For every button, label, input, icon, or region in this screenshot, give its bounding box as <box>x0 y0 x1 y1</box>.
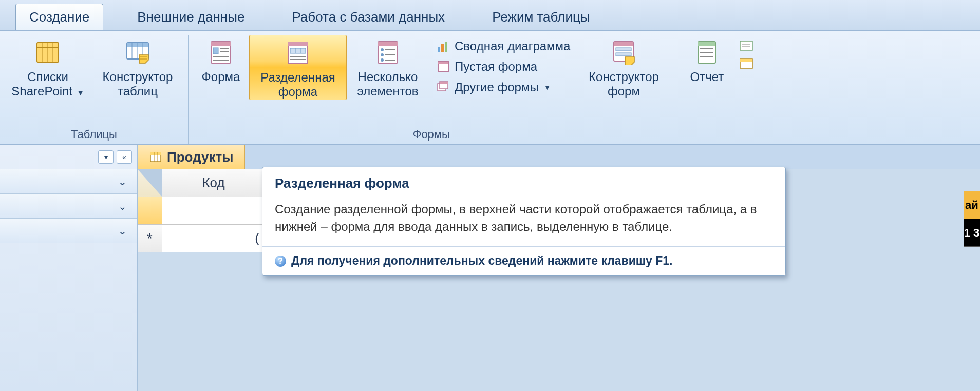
pivot-chart-icon <box>436 39 450 53</box>
document-tabbar: Продукты <box>138 145 980 169</box>
report-extra-icon-1[interactable] <box>739 39 755 55</box>
svg-rect-57 <box>740 59 752 62</box>
data-cell-new[interactable]: ( <box>162 225 265 252</box>
svg-rect-6 <box>127 43 148 47</box>
form-designer-label: Конструктор форм <box>580 70 667 98</box>
svg-marker-47 <box>625 57 634 65</box>
more-forms-button[interactable]: Другие формы ▼ <box>433 78 573 96</box>
nav-group-1[interactable]: ⌄ <box>0 169 137 194</box>
column-header-id[interactable]: Код <box>162 169 265 197</box>
sharepoint-lists-icon <box>33 38 62 67</box>
svg-point-31 <box>381 53 384 56</box>
form-button[interactable]: Форма <box>193 35 249 85</box>
dropdown-arrow-icon: ▼ <box>77 89 84 97</box>
svg-rect-53 <box>740 41 752 50</box>
sharepoint-lists-label: Списки SharePoint <box>11 70 72 98</box>
blank-form-button[interactable]: Пустая форма <box>433 57 573 76</box>
blank-form-icon <box>436 60 450 74</box>
multiple-items-label: Несколько элементов <box>350 70 426 98</box>
dropdown-arrow-icon: ▼ <box>544 83 551 91</box>
nav-group-2[interactable]: ⌄ <box>0 194 137 219</box>
table-designer-button[interactable]: Конструктор таблиц <box>91 35 184 99</box>
group-tables: Списки SharePoint ▼ <box>0 35 189 144</box>
form-label: Форма <box>202 70 240 84</box>
document-tab-label: Продукты <box>167 149 233 165</box>
help-icon: ? <box>275 256 286 267</box>
peek-cell-2: 1 3 <box>964 219 980 247</box>
form-designer-icon <box>609 38 638 67</box>
table-designer-label: Конструктор таблиц <box>95 70 181 98</box>
split-form-label: Разделенная форма <box>253 70 343 99</box>
ribbon-tabs: Создание Внешние данные Работа с базами … <box>0 0 980 31</box>
nav-header: ▾ « <box>0 145 137 169</box>
tooltip-title: Разделенная форма <box>262 167 785 197</box>
svg-rect-28 <box>378 42 398 46</box>
row-selector-new[interactable]: * <box>138 225 162 252</box>
sharepoint-lists-button[interactable]: Списки SharePoint ▼ <box>4 35 91 99</box>
peek-cell-1: ай <box>964 191 980 219</box>
tab-db-tools[interactable]: Работа с базами данных <box>278 4 458 30</box>
report-label: Отчет <box>690 70 724 84</box>
svg-rect-39 <box>438 62 448 64</box>
pivot-chart-button[interactable]: Сводная диаграмма <box>433 37 573 55</box>
table-icon <box>149 151 162 163</box>
right-edge-peek: ай 1 3 <box>964 191 980 247</box>
tooltip-footer: ? Для получения дополнительных сведений … <box>262 246 785 275</box>
svg-rect-37 <box>445 42 447 52</box>
datasheet: Код * ( <box>138 169 265 252</box>
group-forms-label: Формы <box>193 126 670 144</box>
multiple-items-icon <box>373 38 402 67</box>
svg-rect-45 <box>616 48 631 51</box>
multiple-items-button[interactable]: Несколько элементов <box>347 35 429 99</box>
group-tables-label: Таблицы <box>4 126 184 144</box>
svg-rect-59 <box>150 152 161 155</box>
data-cell[interactable] <box>162 197 265 225</box>
svg-rect-14 <box>211 42 231 46</box>
tab-table-mode[interactable]: Режим таблицы <box>479 4 603 30</box>
svg-rect-42 <box>440 82 448 84</box>
svg-rect-36 <box>441 44 444 52</box>
chevron-down-icon: ⌄ <box>118 225 127 237</box>
tooltip-f1-text: Для получения дополнительных сведений на… <box>291 254 672 268</box>
document-tab-products[interactable]: Продукты <box>138 145 245 169</box>
blank-form-label: Пустая форма <box>455 60 537 74</box>
form-icon <box>206 38 235 67</box>
tooltip-split-form: Разделенная форма Создание разделенной ф… <box>262 167 786 276</box>
table-designer-icon <box>123 38 152 67</box>
tooltip-body: Создание разделенной формы, в верхней ча… <box>262 197 785 246</box>
group-forms: Форма Разделенная ф <box>189 35 674 144</box>
svg-rect-35 <box>438 47 440 52</box>
more-forms-label: Другие формы <box>455 80 539 94</box>
svg-rect-21 <box>288 42 308 46</box>
select-all-cell[interactable] <box>138 169 162 197</box>
svg-rect-22 <box>290 48 306 53</box>
svg-rect-44 <box>614 42 633 46</box>
nav-collapse-button[interactable]: « <box>117 150 132 164</box>
row-selector-1[interactable] <box>138 197 162 225</box>
nav-dropdown-button[interactable]: ▾ <box>98 150 114 164</box>
nav-group-3[interactable]: ⌄ <box>0 219 137 243</box>
svg-rect-15 <box>213 48 218 54</box>
report-icon <box>692 38 721 67</box>
svg-point-29 <box>381 48 384 51</box>
chevron-down-icon: ⌄ <box>118 200 127 212</box>
svg-rect-49 <box>698 42 715 46</box>
report-extra-icon-2[interactable] <box>739 57 755 73</box>
report-button[interactable]: Отчет <box>679 35 735 85</box>
form-designer-button[interactable]: Конструктор форм <box>577 35 670 99</box>
tab-external-data[interactable]: Внешние данные <box>124 4 258 30</box>
tab-create[interactable]: Создание <box>15 4 103 30</box>
svg-rect-0 <box>37 43 59 62</box>
chevron-down-icon: ⌄ <box>118 175 127 188</box>
svg-marker-62 <box>138 169 162 197</box>
group-reports: Отчет <box>674 35 763 144</box>
svg-rect-46 <box>616 53 631 56</box>
split-form-button[interactable]: Разделенная форма <box>249 35 347 100</box>
more-forms-icon <box>436 80 450 94</box>
navigation-pane: ▾ « ⌄ ⌄ ⌄ <box>0 145 138 391</box>
ribbon: Списки SharePoint ▼ <box>0 31 980 145</box>
svg-point-33 <box>381 58 384 62</box>
split-form-icon <box>284 38 312 67</box>
pivot-chart-label: Сводная диаграмма <box>455 39 570 53</box>
